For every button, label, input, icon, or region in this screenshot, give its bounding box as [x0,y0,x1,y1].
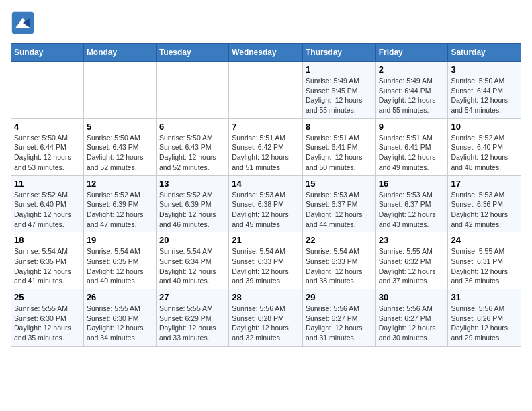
day-number: 16 [379,179,445,189]
day-info: Sunrise: 5:50 AM Sunset: 6:44 PM Dayligh… [451,76,518,116]
calendar-cell: 3Sunrise: 5:50 AM Sunset: 6:44 PM Daylig… [448,62,521,119]
calendar-cell [83,62,156,119]
calendar-cell: 30Sunrise: 5:56 AM Sunset: 6:27 PM Dayli… [375,289,448,347]
calendar-cell: 20Sunrise: 5:54 AM Sunset: 6:34 PM Dayli… [156,232,228,289]
calendar-cell: 16Sunrise: 5:53 AM Sunset: 6:37 PM Dayli… [375,175,448,232]
day-number: 24 [451,235,518,245]
calendar-cell: 22Sunrise: 5:54 AM Sunset: 6:33 PM Dayli… [302,232,375,289]
day-number: 5 [87,122,153,132]
calendar-cell: 24Sunrise: 5:55 AM Sunset: 6:31 PM Dayli… [448,232,521,289]
day-number: 22 [306,235,373,245]
calendar-cell: 6Sunrise: 5:50 AM Sunset: 6:43 PM Daylig… [156,118,228,175]
day-number: 31 [451,292,518,302]
day-info: Sunrise: 5:53 AM Sunset: 6:37 PM Dayligh… [306,190,373,230]
calendar-cell [229,62,303,119]
day-info: Sunrise: 5:55 AM Sunset: 6:30 PM Dayligh… [87,304,153,343]
day-number: 23 [379,235,445,245]
calendar-cell: 5Sunrise: 5:50 AM Sunset: 6:43 PM Daylig… [83,118,156,175]
logo-icon [11,11,35,35]
day-info: Sunrise: 5:54 AM Sunset: 6:33 PM Dayligh… [306,246,373,286]
day-number: 11 [14,179,81,189]
calendar-cell: 18Sunrise: 5:54 AM Sunset: 6:35 PM Dayli… [11,232,84,289]
day-number: 28 [232,292,300,302]
calendar-cell: 7Sunrise: 5:51 AM Sunset: 6:42 PM Daylig… [229,118,303,175]
weekday-header-row: SundayMondayTuesdayWednesdayThursdayFrid… [11,44,521,62]
day-info: Sunrise: 5:53 AM Sunset: 6:36 PM Dayligh… [451,190,518,230]
day-info: Sunrise: 5:54 AM Sunset: 6:35 PM Dayligh… [14,246,81,286]
calendar-cell [11,62,84,119]
day-info: Sunrise: 5:53 AM Sunset: 6:38 PM Dayligh… [232,190,300,230]
day-number: 14 [232,179,300,189]
calendar-cell: 2Sunrise: 5:49 AM Sunset: 6:44 PM Daylig… [375,62,448,119]
day-info: Sunrise: 5:55 AM Sunset: 6:29 PM Dayligh… [159,304,226,343]
day-info: Sunrise: 5:50 AM Sunset: 6:43 PM Dayligh… [87,133,153,173]
weekday-header-sunday: Sunday [11,44,84,62]
calendar-cell: 25Sunrise: 5:55 AM Sunset: 6:30 PM Dayli… [11,289,84,347]
week-row-1: 1Sunrise: 5:49 AM Sunset: 6:45 PM Daylig… [11,62,521,119]
day-number: 20 [159,235,226,245]
day-number: 18 [14,235,81,245]
calendar-cell: 4Sunrise: 5:50 AM Sunset: 6:44 PM Daylig… [11,118,84,175]
calendar-cell: 26Sunrise: 5:55 AM Sunset: 6:30 PM Dayli… [83,289,156,347]
week-row-3: 11Sunrise: 5:52 AM Sunset: 6:40 PM Dayli… [11,175,521,232]
calendar-cell: 13Sunrise: 5:52 AM Sunset: 6:39 PM Dayli… [156,175,228,232]
calendar-cell: 27Sunrise: 5:55 AM Sunset: 6:29 PM Dayli… [156,289,228,347]
weekday-header-friday: Friday [375,44,448,62]
day-number: 21 [232,235,300,245]
day-info: Sunrise: 5:50 AM Sunset: 6:43 PM Dayligh… [159,133,226,173]
day-info: Sunrise: 5:55 AM Sunset: 6:30 PM Dayligh… [14,304,81,343]
calendar-cell: 28Sunrise: 5:56 AM Sunset: 6:28 PM Dayli… [229,289,303,347]
calendar-cell: 9Sunrise: 5:51 AM Sunset: 6:41 PM Daylig… [375,118,448,175]
day-info: Sunrise: 5:51 AM Sunset: 6:41 PM Dayligh… [306,133,373,173]
day-number: 4 [14,122,81,132]
calendar-cell: 10Sunrise: 5:52 AM Sunset: 6:40 PM Dayli… [448,118,521,175]
calendar-cell: 23Sunrise: 5:55 AM Sunset: 6:32 PM Dayli… [375,232,448,289]
day-info: Sunrise: 5:54 AM Sunset: 6:34 PM Dayligh… [159,246,226,286]
day-number: 26 [87,292,153,302]
day-number: 13 [159,179,226,189]
calendar-cell: 29Sunrise: 5:56 AM Sunset: 6:27 PM Dayli… [302,289,375,347]
day-number: 17 [451,179,518,189]
weekday-header-monday: Monday [83,44,156,62]
day-info: Sunrise: 5:52 AM Sunset: 6:40 PM Dayligh… [14,190,81,230]
day-info: Sunrise: 5:52 AM Sunset: 6:39 PM Dayligh… [87,190,153,230]
day-number: 19 [87,235,153,245]
day-info: Sunrise: 5:51 AM Sunset: 6:41 PM Dayligh… [379,133,445,173]
calendar-cell: 14Sunrise: 5:53 AM Sunset: 6:38 PM Dayli… [229,175,303,232]
weekday-header-tuesday: Tuesday [156,44,228,62]
calendar-cell: 11Sunrise: 5:52 AM Sunset: 6:40 PM Dayli… [11,175,84,232]
weekday-header-wednesday: Wednesday [229,44,303,62]
day-number: 25 [14,292,81,302]
calendar-cell: 1Sunrise: 5:49 AM Sunset: 6:45 PM Daylig… [302,62,375,119]
day-number: 8 [306,122,373,132]
calendar-cell: 15Sunrise: 5:53 AM Sunset: 6:37 PM Dayli… [302,175,375,232]
day-info: Sunrise: 5:53 AM Sunset: 6:37 PM Dayligh… [379,190,445,230]
day-info: Sunrise: 5:52 AM Sunset: 6:40 PM Dayligh… [451,133,518,173]
calendar-cell: 12Sunrise: 5:52 AM Sunset: 6:39 PM Dayli… [83,175,156,232]
weekday-header-saturday: Saturday [448,44,521,62]
day-number: 12 [87,179,153,189]
day-number: 29 [306,292,373,302]
calendar-cell: 21Sunrise: 5:54 AM Sunset: 6:33 PM Dayli… [229,232,303,289]
day-info: Sunrise: 5:55 AM Sunset: 6:31 PM Dayligh… [451,246,518,286]
calendar-table: SundayMondayTuesdayWednesdayThursdayFrid… [11,43,521,347]
day-info: Sunrise: 5:56 AM Sunset: 6:26 PM Dayligh… [451,304,518,343]
day-info: Sunrise: 5:56 AM Sunset: 6:28 PM Dayligh… [232,304,300,343]
week-row-4: 18Sunrise: 5:54 AM Sunset: 6:35 PM Dayli… [11,232,521,289]
day-info: Sunrise: 5:54 AM Sunset: 6:35 PM Dayligh… [87,246,153,286]
day-info: Sunrise: 5:51 AM Sunset: 6:42 PM Dayligh… [232,133,300,173]
day-info: Sunrise: 5:55 AM Sunset: 6:32 PM Dayligh… [379,246,445,286]
calendar-cell: 8Sunrise: 5:51 AM Sunset: 6:41 PM Daylig… [302,118,375,175]
day-number: 7 [232,122,300,132]
day-info: Sunrise: 5:49 AM Sunset: 6:44 PM Dayligh… [379,76,445,116]
day-number: 6 [159,122,226,132]
day-info: Sunrise: 5:49 AM Sunset: 6:45 PM Dayligh… [306,76,373,116]
calendar-cell: 17Sunrise: 5:53 AM Sunset: 6:36 PM Dayli… [448,175,521,232]
day-info: Sunrise: 5:52 AM Sunset: 6:39 PM Dayligh… [159,190,226,230]
day-number: 3 [451,64,518,75]
day-number: 10 [451,122,518,132]
calendar-cell [156,62,228,119]
day-info: Sunrise: 5:54 AM Sunset: 6:33 PM Dayligh… [232,246,300,286]
week-row-2: 4Sunrise: 5:50 AM Sunset: 6:44 PM Daylig… [11,118,521,175]
day-info: Sunrise: 5:56 AM Sunset: 6:27 PM Dayligh… [306,304,373,343]
